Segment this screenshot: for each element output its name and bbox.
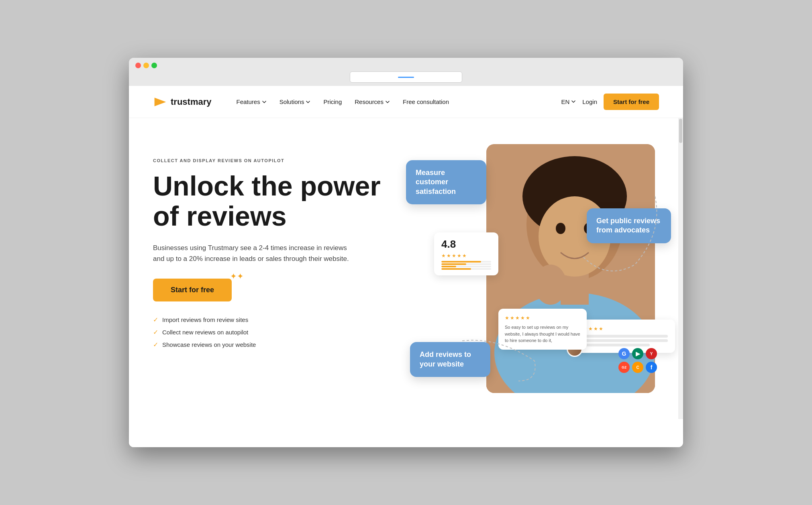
- bar-fill-5: [441, 261, 481, 263]
- browser-titlebar: [135, 63, 677, 68]
- google-icon: G: [618, 348, 630, 359]
- start-free-button-hero[interactable]: Start for free: [153, 279, 232, 301]
- browser-window: trustmary Features Solutions Pricing: [129, 58, 683, 447]
- hero-subtitle: Businesses using Trustmary see a 2-4 tim…: [153, 242, 354, 264]
- hero-title-line1: Unlock the power: [153, 171, 381, 201]
- rating-bars: [441, 261, 491, 270]
- bar-bg-4: [441, 263, 491, 265]
- browser-scrollbar[interactable]: [678, 118, 683, 419]
- nav-links: Features Solutions Pricing Resources: [231, 95, 561, 108]
- g2-icon: G2: [618, 362, 630, 373]
- nav-resources[interactable]: Resources: [350, 95, 395, 108]
- yelp-icon: Y: [646, 348, 657, 359]
- nav-features[interactable]: Features: [231, 95, 271, 108]
- snippet-text: So easy to set up reviews on my website,…: [505, 325, 580, 343]
- bar-bg-3: [441, 266, 491, 267]
- hero-features-list: ✓ Import reviews from review sites ✓ Col…: [153, 316, 394, 348]
- chevron-down-icon-2: [306, 100, 310, 104]
- snippet-star-4: ★: [520, 314, 525, 322]
- review-text-placeholder: [578, 335, 668, 346]
- bar-fill-4: [441, 263, 466, 265]
- pricing-label: Pricing: [323, 98, 342, 105]
- rating-widget: 4.8 ★ ★ ★ ★ ★: [434, 232, 498, 275]
- bar-bg-5: [441, 261, 491, 263]
- start-free-button-nav[interactable]: Start for free: [604, 94, 659, 110]
- hero-title-line2: of reviews: [153, 201, 287, 231]
- browser-chrome: [129, 58, 683, 86]
- platform-icons-grid: G ▶ Y G2 C f: [618, 348, 657, 373]
- nav-pricing[interactable]: Pricing: [318, 95, 347, 108]
- feature-label-1: Import reviews from review sites: [162, 316, 248, 323]
- review-line-1: [578, 335, 668, 338]
- review-star-4: ★: [594, 326, 598, 332]
- hero-cta-wrapper: Start for free ✦✦: [153, 279, 232, 301]
- play-store-icon: ▶: [632, 348, 643, 359]
- card-public-reviews: Get public reviews from advocates: [587, 208, 671, 243]
- card-public-text: Get public reviews from advocates: [596, 217, 660, 234]
- bar-fill-3: [441, 266, 456, 267]
- rating-stars: ★ ★ ★ ★ ★: [441, 253, 491, 259]
- bar-fill-2: [441, 268, 471, 270]
- logo-icon: [153, 95, 167, 109]
- snippet-star-1: ★: [505, 314, 509, 322]
- card-add-reviews: Add reviews to your website: [410, 342, 490, 377]
- lang-label: EN: [561, 98, 569, 105]
- address-bar-row: [135, 71, 677, 86]
- scrollbar-thumb: [679, 119, 682, 143]
- nav-solutions[interactable]: Solutions: [275, 95, 316, 108]
- nav-consultation[interactable]: Free consultation: [398, 95, 454, 108]
- star-3: ★: [452, 253, 456, 259]
- bar-row-4: [441, 263, 491, 265]
- browser-content: trustmary Features Solutions Pricing: [129, 86, 683, 447]
- star-5: ★: [462, 253, 467, 259]
- sparkle-icon: ✦✦: [230, 271, 244, 281]
- review-card-stars: ★ ★ ★ ★ ★: [578, 326, 668, 332]
- address-bar[interactable]: [350, 71, 462, 83]
- close-button[interactable]: [135, 63, 141, 68]
- navbar: trustmary Features Solutions Pricing: [129, 86, 683, 118]
- feature-label-3: Showcase reviews on your website: [162, 341, 256, 348]
- traffic-lights: [135, 63, 157, 68]
- card-measure-text: Measure customer satisfaction: [416, 169, 456, 195]
- snippet-star-5: ★: [526, 314, 530, 322]
- lang-selector[interactable]: EN: [561, 98, 576, 105]
- consultation-label: Free consultation: [403, 98, 449, 105]
- lang-chevron-icon: [571, 98, 576, 105]
- review-line-3: [578, 344, 650, 346]
- minimize-button[interactable]: [143, 63, 149, 68]
- hero-section: COLLECT AND DISPLAY REVIEWS ON AUTOPILOT…: [129, 118, 683, 419]
- bar-row-3: [441, 266, 491, 267]
- snippet-stars: ★ ★ ★ ★ ★: [505, 314, 580, 322]
- nav-right: EN Login Start for free: [561, 94, 659, 110]
- capterra-icon: C: [632, 362, 643, 373]
- review-line-2: [578, 339, 668, 342]
- star-2: ★: [447, 253, 451, 259]
- review-star-3: ★: [588, 326, 593, 332]
- checkmark-icon-2: ✓: [153, 328, 158, 336]
- review-snippet-card: ★ ★ ★ ★ ★ So easy to set up reviews on m…: [498, 309, 587, 350]
- review-star-5: ★: [599, 326, 603, 332]
- snippet-star-2: ★: [510, 314, 514, 322]
- feature-item-2: ✓ Collect new reviews on autopilot: [153, 328, 394, 336]
- hero-title: Unlock the power of reviews: [153, 171, 394, 231]
- loading-indicator: [398, 77, 414, 78]
- star-4: ★: [457, 253, 461, 259]
- rating-number: 4.8: [441, 238, 491, 250]
- feature-item-1: ✓ Import reviews from review sites: [153, 316, 394, 324]
- hero-left: COLLECT AND DISPLAY REVIEWS ON AUTOPILOT…: [153, 142, 394, 348]
- bar-bg-2: [441, 268, 491, 270]
- card-measure-satisfaction: Measure customer satisfaction: [406, 160, 486, 204]
- hero-illustration: Measure customer satisfaction Get public…: [394, 118, 683, 419]
- login-link[interactable]: Login: [582, 98, 597, 105]
- svg-point-9: [535, 265, 567, 305]
- hero-image-area: Measure customer satisfaction Get public…: [398, 128, 679, 409]
- checkmark-icon-3: ✓: [153, 341, 158, 348]
- bar-row-2: [441, 268, 491, 270]
- card-add-text: Add reviews to your website: [420, 350, 471, 368]
- feature-item-3: ✓ Showcase reviews on your website: [153, 341, 394, 348]
- bar-row-5: [441, 261, 491, 263]
- maximize-button[interactable]: [151, 63, 157, 68]
- hero-eyebrow: COLLECT AND DISPLAY REVIEWS ON AUTOPILOT: [153, 158, 394, 163]
- star-1: ★: [441, 253, 446, 259]
- logo[interactable]: trustmary: [153, 95, 211, 109]
